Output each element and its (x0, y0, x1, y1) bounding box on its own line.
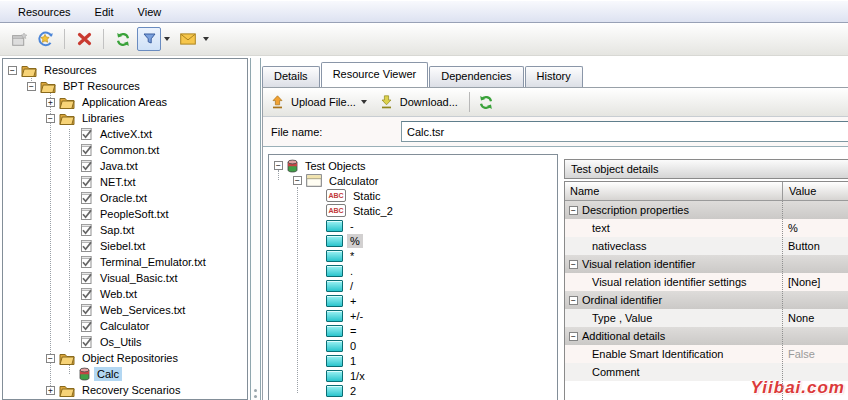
tree-item-test-objects[interactable]: −Test Objects (269, 158, 557, 173)
tree-item-label: Calculator (326, 174, 382, 188)
upload-icon (271, 95, 284, 109)
tree-item-visual-basic-txt[interactable]: Visual_Basic.txt (3, 270, 247, 286)
collapse-toggle-icon[interactable]: − (293, 176, 302, 185)
filter-icon (143, 33, 156, 45)
download-button[interactable]: Download... (400, 96, 458, 108)
tree-item-bpt-resources[interactable]: −BPT Resources (3, 78, 247, 94)
collapse-toggle-icon[interactable]: − (569, 206, 578, 215)
doc-check-icon (79, 191, 93, 205)
tree-item-calculator[interactable]: −Calculator (269, 173, 557, 188)
expand-toggle-icon[interactable]: + (46, 98, 55, 107)
tree-item-calc[interactable]: Calc (3, 366, 247, 382)
tree-item-item[interactable]: . (269, 263, 557, 278)
doc-check-icon (79, 175, 93, 189)
tree-item-oracle-txt[interactable]: Oracle.txt (3, 190, 247, 206)
collapse-toggle-icon[interactable]: − (46, 114, 55, 123)
refresh-all-button[interactable] (111, 27, 135, 51)
refresh-viewer-button[interactable] (478, 95, 494, 110)
tree-item-sap-txt[interactable]: Sap.txt (3, 222, 247, 238)
tab-resource-viewer[interactable]: Resource Viewer (321, 62, 429, 87)
collapse-toggle-icon[interactable]: − (8, 66, 17, 75)
panel-splitter[interactable] (250, 58, 261, 400)
property-value[interactable]: False (782, 348, 815, 360)
tree-item-label: Visual_Basic.txt (97, 271, 180, 285)
filter-button[interactable] (137, 27, 161, 51)
test-object-details-panel: Test object details Name Value −Descript… (564, 159, 848, 400)
upload-file-button[interactable]: Upload File... (291, 96, 356, 108)
tree-item-calculator[interactable]: Calculator (3, 318, 247, 334)
tree-item-static-2[interactable]: ABCStatic_2 (269, 203, 557, 218)
tree-item-os-utils[interactable]: Os_Utils (3, 334, 247, 350)
button-icon (326, 265, 343, 277)
collapse-toggle-icon[interactable]: − (27, 82, 36, 91)
tab-history[interactable]: History (525, 66, 583, 87)
tree-item-recovery-scenarios[interactable]: +Recovery Scenarios (3, 382, 247, 398)
tree-item-1-x[interactable]: 1/x (269, 368, 557, 383)
main-toolbar (0, 23, 848, 56)
tree-item-label: Application Areas (79, 95, 170, 109)
tree-item-label: 1 (347, 354, 359, 368)
collapse-toggle-icon[interactable]: − (569, 296, 578, 305)
tree-item-item[interactable]: * (269, 248, 557, 263)
tree-item-application-areas[interactable]: +Application Areas (3, 94, 247, 110)
toolbar-separator (469, 92, 470, 112)
tree-item-0[interactable]: 0 (269, 338, 557, 353)
tree-item-item[interactable]: = (269, 323, 557, 338)
expand-toggle-icon[interactable]: + (46, 386, 55, 395)
menu-item-view[interactable]: View (126, 3, 174, 21)
property-group-ordinal-identifier[interactable]: −Ordinal identifier (565, 291, 848, 309)
tree-item-common-txt[interactable]: Common.txt (3, 142, 247, 158)
tree-item-activex-txt[interactable]: ActiveX.txt (3, 126, 247, 142)
doc-check-icon (79, 255, 93, 269)
tree-item-resources[interactable]: −Resources (3, 62, 247, 78)
menu-item-resources[interactable]: Resources (6, 3, 83, 21)
property-group-additional-details[interactable]: −Additional details (565, 327, 848, 345)
tab-dependencies[interactable]: Dependencies (429, 66, 523, 87)
upload-dropdown-caret-icon[interactable] (361, 100, 367, 104)
file-name-input[interactable] (401, 121, 848, 142)
button-icon (326, 250, 343, 262)
tree-item-1[interactable]: 1 (269, 353, 557, 368)
tree-item-item[interactable]: +/- (269, 308, 557, 323)
tree-item-libraries[interactable]: −Libraries (3, 110, 247, 126)
delete-button[interactable] (72, 27, 96, 51)
tree-item-peoplesoft-txt[interactable]: PeopleSoft.txt (3, 206, 247, 222)
property-value[interactable]: None (782, 312, 814, 324)
property-value[interactable]: % (782, 222, 798, 234)
tab-details[interactable]: Details (262, 66, 320, 87)
property-row-visual-relation-identifier-settings: Visual relation identifier settings[None… (565, 273, 848, 291)
db-icon (79, 367, 90, 381)
tree-item-item[interactable]: - (269, 218, 557, 233)
collapse-toggle-icon[interactable]: − (274, 161, 283, 170)
menu-item-edit[interactable]: Edit (83, 3, 126, 21)
tree-item-item[interactable]: / (269, 278, 557, 293)
send-mail-button[interactable] (176, 27, 200, 51)
tree-item-web-services-txt[interactable]: Web_Services.txt (3, 302, 247, 318)
folder-icon (40, 80, 56, 93)
tree-item-siebel-txt[interactable]: Siebel.txt (3, 238, 247, 254)
tree-item-item[interactable]: % (269, 233, 557, 248)
tree-item-web-txt[interactable]: Web.txt (3, 286, 247, 302)
tree-item-label: Test Objects (302, 159, 369, 173)
tree-item-java-txt[interactable]: Java.txt (3, 158, 247, 174)
tree-item-2[interactable]: 2 (269, 383, 557, 398)
tree-item-object-repositories[interactable]: −Object Repositories (3, 350, 247, 366)
tree-item-item[interactable]: + (269, 293, 557, 308)
collapse-toggle-icon[interactable]: − (46, 354, 55, 363)
dropdown-caret-icon[interactable] (164, 37, 170, 41)
new-folder-button[interactable] (33, 27, 57, 51)
tree-item-net-txt[interactable]: NET.txt (3, 174, 247, 190)
property-value[interactable]: [None] (782, 276, 820, 288)
collapse-toggle-icon[interactable]: − (569, 332, 578, 341)
property-value[interactable]: Button (782, 240, 820, 252)
tree-item-terminal-emulator-txt[interactable]: Terminal_Emulator.txt (3, 254, 247, 270)
tree-item-static[interactable]: ABCStatic (269, 188, 557, 203)
property-group-description-properties[interactable]: −Description properties (565, 201, 848, 219)
property-group-visual-relation-identifier[interactable]: −Visual relation identifier (565, 255, 848, 273)
tree-item-label: Common.txt (97, 143, 162, 157)
watermark: Yiibai.com (751, 378, 845, 398)
dropdown-caret-icon[interactable] (203, 37, 209, 41)
doc-check-icon (79, 271, 93, 285)
collapse-toggle-icon[interactable]: − (569, 260, 578, 269)
doc-check-icon (79, 207, 93, 221)
